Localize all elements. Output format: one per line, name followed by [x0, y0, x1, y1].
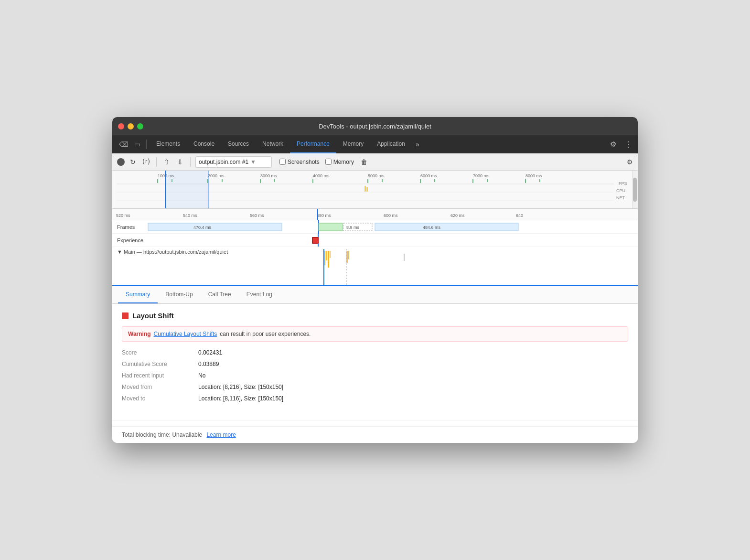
input-row: Had recent input No	[122, 372, 628, 379]
experience-label: Experience	[117, 237, 146, 243]
toolbar-sep-1	[156, 157, 157, 167]
timeline-selection[interactable]	[165, 171, 209, 208]
detail-timeline: 520 ms 540 ms 560 ms 580 ms 600 ms 620 m…	[112, 209, 638, 286]
svg-rect-52	[346, 251, 348, 263]
cumulative-layout-shifts-link[interactable]: Cumulative Layout Shifts	[154, 331, 217, 337]
svg-text:5000 ms: 5000 ms	[368, 173, 385, 178]
moved-from-row: Moved from Location: [8,216], Size: [150…	[122, 384, 628, 390]
tab-summary[interactable]: Summary	[118, 286, 158, 303]
bottom-panel: Summary Bottom-Up Call Tree Event Log La…	[112, 286, 638, 443]
footer-row: Total blocking time: Unavailable Learn m…	[112, 426, 638, 443]
main-content	[270, 249, 638, 285]
more-tabs-button[interactable]: »	[412, 140, 423, 148]
input-key: Had recent input	[122, 372, 198, 379]
memory-checkbox[interactable]: Memory	[325, 159, 354, 165]
screenshots-input[interactable]	[279, 159, 286, 165]
tabbar: ⌫ ▭ Elements Console Sources Network Per…	[112, 135, 638, 153]
tab-network[interactable]: Network	[256, 135, 290, 153]
svg-rect-30	[366, 187, 368, 192]
score-value: 0.002431	[198, 349, 222, 356]
frames-svg: 470.4 ms 8.9 ms 484.6 ms	[146, 220, 638, 234]
summary-divider	[112, 420, 638, 420]
svg-rect-29	[364, 186, 366, 192]
maximize-button[interactable]	[137, 123, 143, 129]
performance-toolbar: ↻ ⒭ ⇧ ⇩ output.jsbin.com #1 ▼ Screenshot…	[112, 153, 638, 171]
warning-banner: Warning Cumulative Layout Shifts can res…	[122, 326, 628, 342]
svg-rect-42	[319, 223, 343, 231]
summary-content: Layout Shift Warning Cumulative Layout S…	[112, 304, 638, 414]
chevron-down-icon: ▼	[250, 159, 256, 165]
score-key: Score	[122, 349, 198, 356]
tab-application[interactable]: Application	[370, 135, 412, 153]
frames-content: 470.4 ms 8.9 ms 484.6 ms	[146, 220, 638, 233]
download-button[interactable]: ⇩	[175, 157, 185, 167]
svg-text:2000 ms: 2000 ms	[208, 173, 225, 178]
close-button[interactable]	[118, 123, 124, 129]
record-button[interactable]	[117, 158, 125, 166]
scrollbar-thumb[interactable]	[633, 178, 637, 202]
svg-text:7000 ms: 7000 ms	[473, 173, 490, 178]
svg-text:620 ms: 620 ms	[450, 213, 465, 218]
svg-text:600 ms: 600 ms	[384, 213, 398, 218]
device-toolbar-button[interactable]: ▭	[131, 139, 143, 150]
frames-row: Frames 470.4 ms 8.9 ms 484.6 ms	[112, 220, 638, 234]
memory-input[interactable]	[325, 159, 332, 165]
tab-sources[interactable]: Sources	[221, 135, 256, 153]
svg-rect-54	[404, 254, 405, 261]
tab-bottom-up[interactable]: Bottom-Up	[158, 286, 200, 303]
svg-text:6000 ms: 6000 ms	[420, 173, 437, 178]
svg-text:540 ms: 540 ms	[183, 213, 197, 218]
experience-row: Experience	[112, 234, 638, 247]
flame-svg	[270, 249, 638, 285]
svg-text:520 ms: 520 ms	[116, 213, 130, 218]
svg-text:FPS: FPS	[619, 181, 627, 186]
more-options-icon[interactable]: ⋮	[623, 138, 634, 151]
bottom-tabs: Summary Bottom-Up Call Tree Event Log	[112, 286, 638, 304]
frames-label: Frames	[117, 224, 146, 230]
tab-event-log[interactable]: Event Log	[239, 286, 280, 303]
warning-text: can result in poor user experiences.	[220, 331, 311, 337]
moved-from-key: Moved from	[122, 384, 198, 390]
checkbox-group: Screenshots Memory 🗑	[279, 157, 368, 167]
settings-icon[interactable]: ⚙	[608, 138, 618, 151]
main-row: ▼ Main — https://output.jsbin.com/zajami…	[112, 247, 638, 285]
svg-rect-39	[148, 223, 282, 231]
reload-button[interactable]: ↻	[128, 157, 138, 167]
minimize-button[interactable]	[128, 123, 134, 129]
upload-button[interactable]: ⇧	[161, 157, 172, 167]
main-label: ▼ Main — https://output.jsbin.com/zajami…	[117, 249, 270, 255]
trash-icon[interactable]: 🗑	[360, 157, 368, 167]
scrollbar-track[interactable]	[632, 171, 638, 208]
window-title: DevTools - output.jsbin.com/zajamil/quie…	[319, 123, 431, 130]
warning-label: Warning	[128, 331, 151, 337]
screenshots-checkbox[interactable]: Screenshots	[279, 159, 320, 165]
summary-title: Layout Shift	[122, 312, 628, 320]
cumulative-value: 0.03889	[198, 361, 219, 367]
tab-memory[interactable]: Memory	[336, 135, 370, 153]
svg-text:NET: NET	[616, 195, 625, 200]
svg-text:CPU: CPU	[616, 188, 625, 193]
input-value: No	[198, 372, 205, 379]
tab-call-tree[interactable]: Call Tree	[201, 286, 239, 303]
inspect-element-button[interactable]: ⌫	[116, 139, 131, 150]
tab-performance[interactable]: Performance	[290, 135, 336, 153]
timeline-overview[interactable]: 1000 ms 2000 ms 3000 ms 4000 ms 5000 ms …	[112, 171, 638, 209]
svg-text:484.6 ms: 484.6 ms	[423, 225, 441, 230]
main-blue-line	[323, 249, 324, 285]
clear-button[interactable]: ⒭	[141, 157, 151, 167]
url-selector[interactable]: output.jsbin.com #1 ▼	[195, 156, 272, 168]
tab-elements[interactable]: Elements	[150, 135, 187, 153]
layout-shift-icon	[122, 312, 129, 319]
score-row: Score 0.002431	[122, 349, 628, 356]
svg-rect-48	[326, 251, 327, 260]
tab-console[interactable]: Console	[187, 135, 221, 153]
detail-ruler-svg: 520 ms 540 ms 560 ms 580 ms 600 ms 620 m…	[112, 209, 638, 220]
toolbar-settings-icon[interactable]: ⚙	[627, 158, 633, 166]
moved-to-row: Moved to Location: [8,116], Size: [150x1…	[122, 395, 628, 402]
svg-rect-50	[330, 251, 331, 258]
learn-more-link[interactable]: Learn more	[206, 431, 236, 438]
detail-ruler: 520 ms 540 ms 560 ms 580 ms 600 ms 620 m…	[112, 209, 638, 220]
layout-shift-marker[interactable]	[312, 237, 319, 244]
svg-rect-53	[348, 251, 349, 259]
tab-separator	[146, 140, 147, 149]
